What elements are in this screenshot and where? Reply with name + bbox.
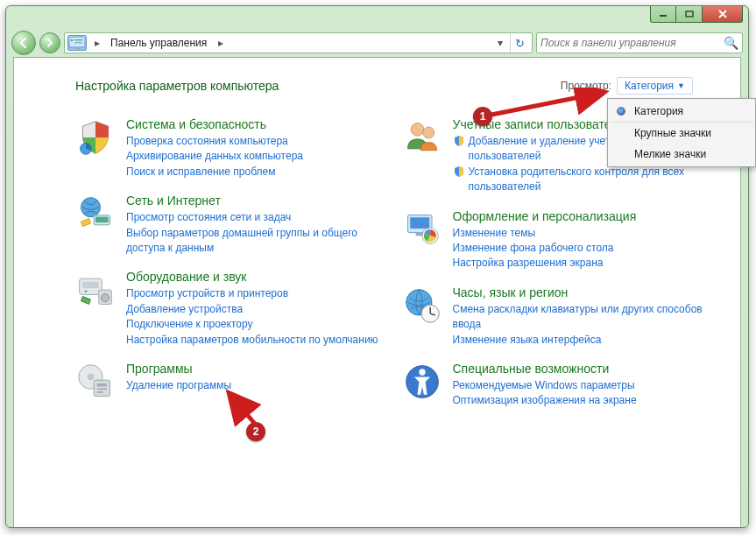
maximize-button[interactable] xyxy=(676,6,703,23)
category-appearance: Оформление и персонализация Изменение те… xyxy=(402,209,720,271)
shield-icon xyxy=(453,135,465,147)
annotation-badge-2: 2 xyxy=(246,422,265,441)
address-bar[interactable]: ▸ Панель управления ▸ ▾ ↻ xyxy=(64,32,533,53)
network-icon xyxy=(75,194,116,234)
category-network: Сеть и Интернет Просмотр состояния сети … xyxy=(75,194,393,256)
category-link[interactable]: Настройка параметров мобильности по умол… xyxy=(126,333,378,348)
category-link[interactable]: Просмотр состояния сети и задач xyxy=(126,210,393,225)
ease-of-access-icon xyxy=(402,362,442,402)
svg-rect-3 xyxy=(74,47,80,49)
category-title[interactable]: Программы xyxy=(126,362,231,376)
svg-point-4 xyxy=(71,39,74,42)
category-title[interactable]: Специальные возможности xyxy=(453,362,637,376)
category-link[interactable]: Подключение к проектору xyxy=(126,317,378,332)
svg-rect-12 xyxy=(82,282,98,288)
category-title[interactable]: Часы, язык и регион xyxy=(453,285,720,299)
svg-rect-25 xyxy=(410,217,429,229)
svg-point-31 xyxy=(419,369,425,375)
category-system-security: Система и безопасность Проверка состояни… xyxy=(75,117,393,180)
category-link[interactable]: Изменение темы xyxy=(453,226,637,241)
system-security-icon xyxy=(75,117,116,158)
category-link[interactable]: Выбор параметров домашней группы и общег… xyxy=(126,226,393,257)
category-link[interactable]: Установка родительского контроля для все… xyxy=(453,165,720,195)
control-panel-icon xyxy=(67,35,87,51)
programs-icon xyxy=(75,362,116,402)
radio-selected-icon xyxy=(617,107,625,116)
category-link[interactable]: Архивирование данных компьютера xyxy=(126,149,303,164)
category-link[interactable]: Настройка разрешения экрана xyxy=(453,256,637,271)
category-link[interactable]: Оптимизация изображения на экране xyxy=(453,393,637,408)
forward-button[interactable] xyxy=(39,32,60,53)
shield-icon xyxy=(453,165,465,178)
category-title[interactable]: Сеть и Интернет xyxy=(126,194,393,208)
view-by-menu: Категория Крупные значки Мелкие значки xyxy=(607,98,756,167)
category-link[interactable]: Просмотр устройств и принтеров xyxy=(126,286,378,301)
clock-language-icon xyxy=(402,285,442,326)
svg-rect-6 xyxy=(74,42,82,43)
titlebar xyxy=(6,6,748,29)
category-link[interactable]: Добавление устройства xyxy=(126,302,378,317)
navbar: ▸ Панель управления ▸ ▾ ↻ 🔍 xyxy=(6,29,748,57)
minimize-button[interactable] xyxy=(650,6,676,23)
category-title[interactable]: Оборудование и звук xyxy=(126,270,378,284)
svg-rect-1 xyxy=(686,11,693,17)
view-option-category[interactable]: Категория xyxy=(610,101,753,123)
svg-point-17 xyxy=(88,374,94,380)
category-link[interactable]: Проверка состояния компьютера xyxy=(126,134,303,149)
svg-rect-21 xyxy=(97,391,103,393)
category-link[interactable]: Поиск и исправление проблем xyxy=(126,165,303,180)
svg-rect-19 xyxy=(97,384,107,387)
category-programs: Программы Удаление программы xyxy=(75,362,393,402)
close-button[interactable] xyxy=(703,6,743,23)
control-panel-window: ▸ Панель управления ▸ ▾ ↻ 🔍 Настройка па… xyxy=(5,5,749,528)
category-link[interactable]: Изменение фона рабочего стола xyxy=(453,241,637,256)
svg-rect-10 xyxy=(95,217,109,222)
category-title[interactable]: Система и безопасность xyxy=(126,117,303,131)
category-link[interactable]: Изменение языка интерфейса xyxy=(453,333,720,348)
search-box[interactable]: 🔍 xyxy=(536,32,743,53)
svg-rect-20 xyxy=(97,388,107,390)
view-by-label: Просмотр: xyxy=(561,80,611,92)
category-clock-language: Часы, язык и регион Смена раскладки клав… xyxy=(402,285,720,348)
category-link[interactable]: Смена раскладки клавиатуры или других сп… xyxy=(453,302,720,333)
user-accounts-icon xyxy=(402,117,442,158)
breadcrumb-separator[interactable]: ▸ xyxy=(90,33,103,53)
page-title: Настройка параметров компьютера xyxy=(75,79,279,93)
svg-point-22 xyxy=(411,123,424,137)
back-button[interactable] xyxy=(11,31,36,55)
view-by-dropdown[interactable]: Категория ▼ xyxy=(617,77,693,95)
svg-rect-0 xyxy=(660,15,667,17)
category-hardware-sound: Оборудование и звук Просмотр устройств и… xyxy=(75,270,393,348)
svg-point-23 xyxy=(422,127,434,138)
breadcrumb-separator[interactable]: ▸ xyxy=(214,33,227,53)
appearance-icon xyxy=(402,209,442,250)
category-link[interactable]: Рекомендуемые Windows параметры xyxy=(453,378,637,393)
search-icon[interactable]: 🔍 xyxy=(724,36,738,50)
svg-point-15 xyxy=(101,294,109,302)
annotation-badge-1: 1 xyxy=(473,107,492,126)
hardware-sound-icon xyxy=(75,270,116,310)
view-option-large-icons[interactable]: Крупные значки xyxy=(610,123,753,144)
dropdown-arrow-icon[interactable]: ▾ xyxy=(494,37,506,49)
refresh-button[interactable]: ↻ xyxy=(510,33,529,53)
svg-rect-18 xyxy=(94,380,110,396)
category-ease-of-access: Специальные возможности Рекомендуемые Wi… xyxy=(402,362,720,409)
search-input[interactable] xyxy=(541,37,724,49)
category-title[interactable]: Оформление и персонализация xyxy=(453,209,637,223)
svg-rect-5 xyxy=(74,39,82,40)
chevron-down-icon: ▼ xyxy=(677,81,685,90)
view-option-small-icons[interactable]: Мелкие значки xyxy=(610,144,753,165)
breadcrumb-item[interactable]: Панель управления xyxy=(107,37,210,49)
uninstall-program-link[interactable]: Удаление программы xyxy=(126,378,231,393)
svg-point-8 xyxy=(81,198,101,217)
svg-point-13 xyxy=(85,291,88,293)
